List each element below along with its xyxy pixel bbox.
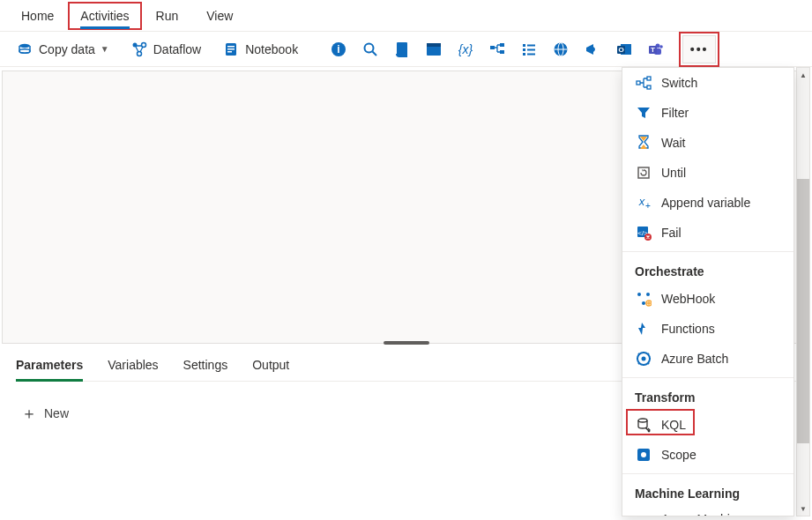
scroll-up-arrow[interactable]: ▲ bbox=[797, 68, 809, 82]
pipeline-icon[interactable] bbox=[483, 35, 511, 63]
copy-data-button[interactable]: Copy data ▼ bbox=[7, 37, 118, 62]
svg-rect-37 bbox=[637, 81, 640, 85]
svg-text:T: T bbox=[651, 46, 655, 54]
dataflow-label: Dataflow bbox=[153, 42, 201, 56]
copy-data-icon bbox=[16, 41, 34, 58]
functions-icon bbox=[635, 320, 652, 338]
divider bbox=[622, 377, 793, 378]
search-icon[interactable] bbox=[356, 35, 384, 63]
svg-line-12 bbox=[373, 51, 377, 56]
notebook-label: Notebook bbox=[245, 42, 298, 56]
svg-text:i: i bbox=[337, 43, 339, 56]
outlook-icon[interactable]: O bbox=[610, 35, 638, 63]
dd-label: Functions bbox=[661, 322, 715, 336]
top-tab-bar: Home Activities Run View bbox=[0, 0, 812, 32]
dd-item-functions[interactable]: Functions bbox=[622, 314, 793, 344]
svg-point-54 bbox=[641, 452, 646, 457]
section-orchestrate: Orchestrate bbox=[622, 256, 793, 284]
vertical-scrollbar[interactable]: ▲ ▼ bbox=[796, 67, 810, 516]
svg-point-0 bbox=[19, 43, 30, 47]
svg-text:{x}: {x} bbox=[458, 42, 473, 56]
globe-icon[interactable] bbox=[547, 35, 575, 63]
svg-rect-7 bbox=[227, 48, 235, 50]
scroll-down-arrow[interactable]: ▼ bbox=[797, 501, 809, 516]
megaphone-icon[interactable] bbox=[578, 35, 607, 63]
dd-item-azure-ml[interactable]: Azure Machine Learning bbox=[622, 506, 793, 516]
dd-item-kql[interactable]: KQL bbox=[622, 410, 793, 440]
tab-activities[interactable]: Activities bbox=[68, 2, 141, 30]
svg-point-3 bbox=[141, 42, 145, 47]
svg-rect-20 bbox=[523, 44, 525, 47]
tab-settings[interactable]: Settings bbox=[183, 354, 228, 381]
scope-icon bbox=[635, 446, 652, 464]
teams-icon[interactable]: T bbox=[642, 35, 670, 63]
svg-rect-24 bbox=[523, 53, 525, 56]
tab-view[interactable]: View bbox=[192, 2, 247, 30]
svg-rect-13 bbox=[397, 42, 407, 56]
azure-batch-icon bbox=[635, 350, 652, 368]
list-icon[interactable] bbox=[515, 35, 543, 63]
tab-run[interactable]: Run bbox=[142, 2, 193, 30]
svg-text:x: x bbox=[638, 195, 645, 208]
svg-rect-18 bbox=[500, 43, 504, 47]
svg-rect-38 bbox=[647, 77, 651, 80]
chevron-down-icon: ▼ bbox=[101, 44, 109, 54]
dataflow-icon bbox=[130, 41, 148, 58]
dd-item-wait[interactable]: Wait bbox=[622, 128, 793, 158]
ellipsis-icon: ••• bbox=[690, 42, 709, 56]
dd-item-webhook[interactable]: WebHook bbox=[622, 284, 793, 314]
divider bbox=[622, 251, 793, 252]
more-button-highlight: ••• bbox=[679, 32, 719, 67]
until-icon bbox=[635, 164, 652, 182]
dd-item-scope[interactable]: Scope bbox=[622, 440, 793, 470]
svg-point-11 bbox=[365, 43, 374, 52]
more-activities-button[interactable]: ••• bbox=[682, 35, 716, 63]
tab-home[interactable]: Home bbox=[7, 2, 68, 30]
tab-variables[interactable]: Variables bbox=[108, 354, 158, 381]
svg-rect-6 bbox=[227, 46, 235, 48]
svg-text:+: + bbox=[645, 201, 651, 211]
dd-item-until[interactable]: Until bbox=[622, 158, 793, 188]
svg-point-48 bbox=[642, 301, 645, 305]
svg-rect-22 bbox=[523, 48, 525, 51]
plus-icon: ＋ bbox=[21, 403, 37, 424]
tab-output[interactable]: Output bbox=[252, 354, 289, 381]
dd-item-fail[interactable]: </> Fail bbox=[622, 218, 793, 248]
dd-label: KQL bbox=[661, 418, 686, 432]
dd-label: Append variable bbox=[661, 196, 750, 210]
dataflow-button[interactable]: Dataflow bbox=[122, 37, 210, 62]
dd-item-filter[interactable]: Filter bbox=[622, 98, 793, 128]
svg-rect-15 bbox=[427, 43, 441, 47]
dd-item-switch[interactable]: Switch bbox=[622, 68, 793, 98]
svg-point-47 bbox=[646, 293, 650, 296]
stored-procedure-icon[interactable] bbox=[420, 35, 448, 63]
tab-parameters[interactable]: Parameters bbox=[16, 354, 83, 381]
svg-rect-17 bbox=[490, 46, 495, 49]
scroll-thumb[interactable] bbox=[797, 179, 809, 443]
svg-rect-39 bbox=[647, 85, 651, 89]
svg-point-4 bbox=[137, 51, 141, 56]
script-icon[interactable] bbox=[388, 35, 416, 63]
new-label: New bbox=[44, 406, 69, 420]
section-ml: Machine Learning bbox=[622, 478, 793, 506]
copy-data-label: Copy data bbox=[39, 42, 95, 56]
variable-icon[interactable]: {x} bbox=[451, 35, 480, 63]
dd-label: Until bbox=[661, 166, 686, 180]
svg-point-33 bbox=[659, 45, 663, 48]
dd-item-azure-batch[interactable]: Azure Batch bbox=[622, 344, 793, 374]
dd-item-append-variable[interactable]: x+ Append variable bbox=[622, 188, 793, 218]
resize-handle[interactable] bbox=[384, 341, 429, 345]
dd-label: Scope bbox=[661, 448, 697, 462]
svg-rect-19 bbox=[500, 50, 504, 54]
svg-text:O: O bbox=[619, 46, 624, 54]
notebook-button[interactable]: Notebook bbox=[213, 37, 307, 62]
divider bbox=[622, 473, 793, 474]
dd-label: Wait bbox=[661, 136, 685, 150]
wait-icon bbox=[635, 134, 652, 152]
section-transform: Transform bbox=[622, 382, 793, 410]
svg-point-46 bbox=[637, 293, 641, 296]
filter-icon bbox=[635, 104, 652, 122]
fail-icon: </> bbox=[635, 224, 652, 241]
info-icon[interactable]: i bbox=[324, 35, 353, 63]
notebook-icon bbox=[222, 41, 240, 58]
